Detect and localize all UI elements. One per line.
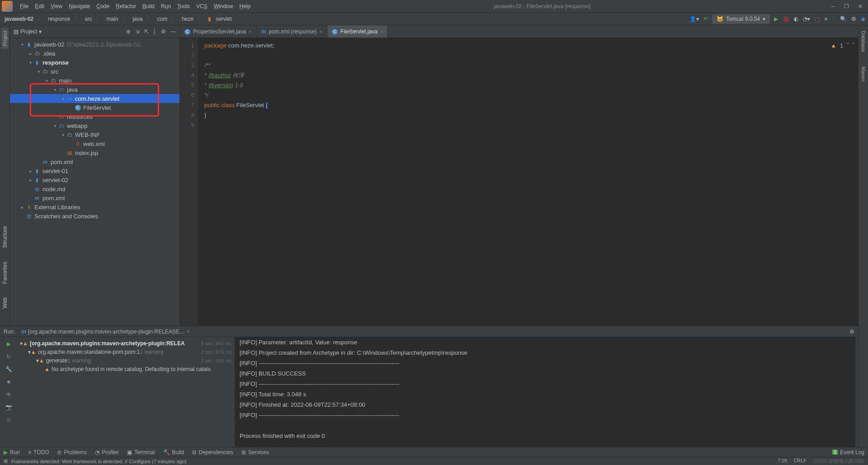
tab-favorites[interactable]: Favorites [2, 262, 8, 284]
tab-maven[interactable]: Maven [860, 64, 867, 84]
tab-structure[interactable]: Structure [2, 226, 8, 248]
crumb[interactable]: response [46, 15, 72, 23]
gear-icon[interactable]: ⚙ [161, 28, 166, 35]
line-number[interactable]: 3 [180, 61, 194, 70]
tab-project[interactable]: Project [1, 28, 9, 49]
tree-row[interactable]: mpom.xml [10, 157, 179, 166]
locate-icon[interactable]: ⊕ [126, 28, 131, 35]
gear-icon[interactable]: ⚙ [849, 329, 854, 335]
play-icon[interactable]: ▶ [774, 16, 778, 22]
menu-vcs[interactable]: VCS [193, 1, 210, 11]
line-number[interactable]: 5 [180, 80, 194, 90]
tab-terminal[interactable]: ▣Terminal [127, 449, 155, 456]
tree-row[interactable]: ▸▮servlet-02 [10, 175, 179, 184]
menu-view[interactable]: View [48, 1, 65, 11]
line-number[interactable]: 9 [180, 120, 194, 130]
crumb[interactable]: servlet [214, 15, 233, 23]
undo-build-icon[interactable]: ↶ [703, 16, 708, 22]
menu-build[interactable]: Build [140, 1, 157, 11]
stop-icon[interactable]: ■ [824, 16, 827, 22]
maximize-icon[interactable]: ❐ [844, 3, 849, 9]
crumb[interactable]: java [131, 15, 144, 23]
menu-edit[interactable]: Edit [32, 1, 47, 11]
tree-row[interactable]: ▸🗀.idea [10, 49, 179, 58]
tab-dependencies[interactable]: ⧉Dependencies [192, 449, 233, 456]
menu-code[interactable]: Code [94, 1, 112, 11]
tab-services[interactable]: ⊞Services [241, 449, 269, 456]
close-tab-icon[interactable]: × [320, 29, 322, 34]
gear-icon[interactable]: ⚙ [851, 16, 856, 22]
line-number[interactable]: 8 [180, 110, 194, 120]
cursor-position[interactable]: 7:26 [778, 458, 787, 465]
status-message[interactable]: Frameworks detected: Web framework is de… [11, 459, 186, 464]
close-tab-icon[interactable]: × [380, 29, 383, 34]
menu-file[interactable]: FFileile [17, 1, 31, 11]
editor-tab[interactable]: CFileServlet.java× [327, 25, 388, 38]
menu-window[interactable]: Window [211, 1, 236, 11]
search-icon[interactable]: 🔍 [840, 16, 847, 22]
camera-icon[interactable]: 📷 [5, 404, 12, 410]
code-area[interactable]: ▲ 1 ˆ ˇ package com.heze.servlet; /** * … [198, 38, 868, 326]
editor-tab[interactable]: mpom.xml (response)× [257, 25, 327, 38]
tab-problems[interactable]: ⊘Problems [57, 449, 87, 456]
expand-arrow-icon[interactable]: ▸ [19, 205, 25, 210]
line-ending[interactable]: CRLF [793, 458, 807, 465]
wrench-icon[interactable]: 🔧 [5, 366, 12, 372]
close-tab-icon[interactable]: × [187, 329, 190, 335]
expand-arrow-icon[interactable]: ▾ [35, 69, 42, 74]
coverage-icon[interactable]: ◐ [794, 16, 798, 22]
run-tree-row[interactable]: ▾ ▲[org.apache.maven.plugins:maven-arche… [17, 339, 235, 348]
expand-arrow-icon[interactable]: ▸ [27, 169, 33, 174]
tab-web[interactable]: Web [2, 297, 8, 308]
line-number[interactable]: 1 [180, 41, 194, 51]
run-tree[interactable]: ▾ ▲[org.apache.maven.plugins:maven-arche… [17, 337, 235, 447]
tab-eventlog[interactable]: 1Event Log [832, 449, 864, 456]
tree-row[interactable]: ▾▭com.heze.servlet [10, 94, 179, 103]
expand-icon[interactable]: ⇲ [135, 28, 140, 35]
tab-database[interactable]: Database [860, 28, 867, 55]
line-number[interactable]: 7 [180, 100, 194, 110]
expand-arrow-icon[interactable]: ▾ [19, 42, 25, 47]
tree-row[interactable]: 🗀resources [10, 112, 179, 121]
hide-icon[interactable]: — [170, 28, 176, 35]
run-tree-row[interactable]: ▲No archetype found in remote catalog. D… [17, 365, 235, 373]
tree-row[interactable]: mpom.xml [10, 193, 179, 202]
next-icon[interactable]: ˇ [853, 41, 854, 51]
expand-arrow-icon[interactable]: ▾ [60, 96, 66, 101]
tab-profiler[interactable]: ◔Profiler [95, 449, 119, 456]
tree-row[interactable]: ▤node.md [10, 184, 179, 193]
line-number[interactable]: 4 [180, 70, 194, 80]
line-number[interactable]: 2 [180, 51, 194, 61]
expand-arrow-icon[interactable]: ▾ [60, 132, 66, 137]
prev-icon[interactable]: ˆ [847, 41, 849, 51]
view-icon[interactable]: 👁 [6, 391, 11, 398]
windows-icon[interactable]: ⊞ [4, 458, 8, 464]
stop-icon[interactable]: ■ [7, 379, 10, 385]
menu-help[interactable]: Help [236, 1, 253, 11]
run-config-selector[interactable]: 🐱 Tomcat 9.0.54 ▾ [712, 14, 769, 23]
rerun-icon[interactable]: ▶ [7, 341, 11, 347]
run-tree-row[interactable]: ▾ ▲generate 1 warning2 sec, 866 ms [17, 356, 235, 365]
crumb[interactable]: com [155, 15, 169, 23]
profile-icon[interactable]: ◔▾ [803, 16, 810, 22]
expand-arrow-icon[interactable]: ▾ [52, 87, 58, 92]
expand-arrow-icon[interactable]: ▾ [27, 60, 33, 65]
tree-row[interactable]: ▸▮servlet-01 [10, 166, 179, 175]
tree-row[interactable]: ▸⫴External Libraries [10, 202, 179, 211]
close-tab-icon[interactable]: × [249, 29, 251, 34]
tree-row[interactable]: ▾🗀java [10, 85, 179, 94]
expand-arrow-icon[interactable]: ▾ [43, 78, 50, 83]
tree-row[interactable]: ▾🗀src [10, 67, 179, 76]
project-tree[interactable]: ▾▮javaweb-02D:\idea2021.2.3\javaweb-02▸🗀… [10, 38, 179, 326]
tree-row[interactable]: CFileServlet [10, 103, 179, 112]
user-icon[interactable]: 👤▾ [689, 16, 699, 22]
crumb[interactable]: src [83, 15, 94, 23]
tree-row[interactable]: ▾▮response [10, 58, 179, 67]
tree-row[interactable]: ⟨⟩web.xml [10, 139, 179, 148]
chevron-down-icon[interactable]: ▾ [39, 28, 42, 35]
tree-row[interactable]: ▾🗀WEB-INF [10, 130, 179, 139]
tab-build[interactable]: 🔨Build [163, 449, 184, 456]
tree-row[interactable]: ▾▮javaweb-02D:\idea2021.2.3\javaweb-02 [10, 40, 179, 49]
menu-navigate[interactable]: Navigate [66, 1, 93, 11]
expand-arrow-icon[interactable]: ▸ [27, 178, 33, 183]
